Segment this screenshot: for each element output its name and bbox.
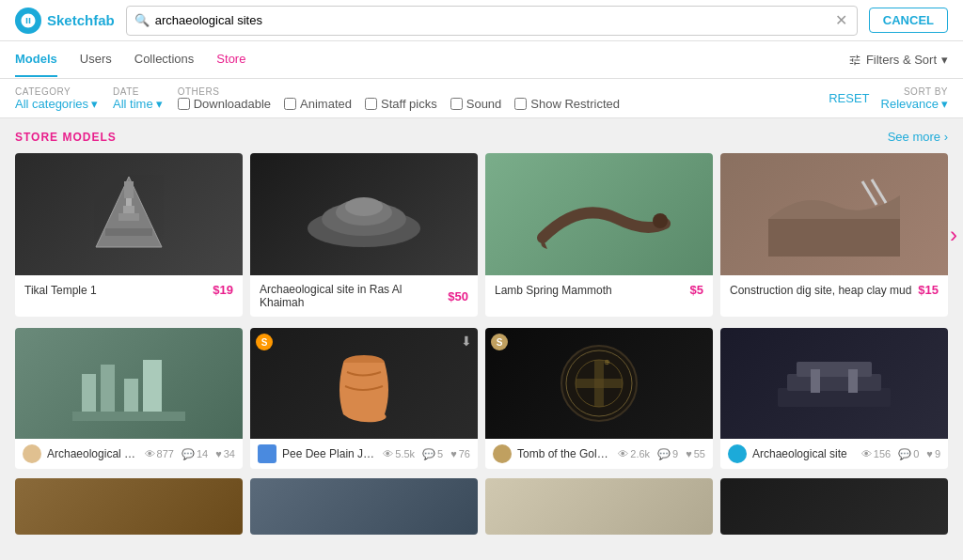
others-label: OTHERS bbox=[178, 86, 620, 97]
reset-button[interactable]: RESET bbox=[829, 91, 869, 105]
bottom-card-0[interactable] bbox=[15, 478, 243, 535]
svg-rect-4 bbox=[123, 206, 134, 213]
store-card-price-3: $15 bbox=[918, 283, 939, 297]
tab-users[interactable]: Users bbox=[80, 42, 112, 77]
model-arch-svg bbox=[72, 346, 185, 421]
comment-icon: 💬 bbox=[898, 448, 911, 460]
next-arrow[interactable]: › bbox=[950, 222, 957, 248]
model-card-image-wrapper-1: S ⬇ bbox=[250, 328, 478, 439]
model-cards: Archaeological site 👁 877 💬 14 ♥ 34 bbox=[15, 328, 948, 469]
store-card-image-0 bbox=[15, 153, 243, 275]
cancel-button[interactable]: CANCEL bbox=[869, 8, 948, 33]
search-icon: 🔍 bbox=[134, 13, 150, 27]
like-icon: ♥ bbox=[686, 448, 692, 459]
store-card-image-1 bbox=[250, 153, 478, 275]
sketchfab-icon bbox=[20, 12, 37, 29]
bottom-cards bbox=[15, 478, 948, 535]
model-views-1: 👁 5.5k bbox=[383, 448, 415, 459]
filter-right: RESET SORT BY Relevance ▾ bbox=[829, 86, 948, 111]
bottom-card-2[interactable] bbox=[485, 478, 713, 535]
logo[interactable]: Sketchfab bbox=[15, 8, 115, 34]
store-badge-1: S bbox=[256, 334, 273, 350]
model-avatar-1 bbox=[258, 444, 276, 463]
animated-checkbox[interactable] bbox=[284, 98, 296, 110]
filter-downloadable[interactable]: Downloadable bbox=[178, 97, 271, 111]
model-card-0[interactable]: Archaeological site 👁 877 💬 14 ♥ 34 bbox=[15, 328, 243, 469]
svg-rect-3 bbox=[118, 213, 139, 221]
date-dropdown[interactable]: All time ▾ bbox=[113, 97, 163, 111]
svg-rect-30 bbox=[811, 369, 820, 393]
model-likes-3: ♥ 9 bbox=[926, 448, 940, 459]
model-views-3: 👁 156 bbox=[861, 448, 891, 459]
svg-rect-1 bbox=[105, 228, 152, 236]
like-icon: ♥ bbox=[926, 448, 933, 459]
svg-rect-6 bbox=[124, 181, 134, 198]
model-card-stats-1: 👁 5.5k 💬 5 ♥ 76 bbox=[383, 448, 470, 460]
svg-rect-29 bbox=[797, 362, 872, 377]
sort-dropdown[interactable]: Relevance ▾ bbox=[881, 97, 948, 111]
sound-checkbox[interactable] bbox=[450, 98, 463, 110]
filter-bar: CATEGORY All categories ▾ DATE All time … bbox=[0, 79, 963, 118]
download-icon-1: ⬇ bbox=[461, 334, 472, 349]
model-card-3[interactable]: Archaeological site 👁 156 💬 0 ♥ 9 bbox=[720, 328, 948, 469]
model-comments-2: 💬 9 bbox=[657, 448, 678, 460]
svg-rect-25 bbox=[576, 379, 623, 388]
model-comments-1: 💬 5 bbox=[422, 448, 443, 460]
store-card-name-0: Tikal Temple 1 bbox=[24, 284, 97, 297]
model-views-2: 👁 2.6k bbox=[618, 448, 650, 459]
store-card-image-2 bbox=[485, 153, 713, 275]
model-card-image-1: S ⬇ bbox=[250, 328, 478, 439]
filter-sound[interactable]: Sound bbox=[450, 97, 502, 111]
store-card-3[interactable]: Construction dig site, heap clay mud $15 bbox=[720, 153, 948, 317]
filter-animated[interactable]: Animated bbox=[284, 97, 352, 111]
bottom-card-1[interactable] bbox=[250, 478, 478, 535]
store-card-info-1: Archaeological site in Ras Al Khaimah $5… bbox=[250, 275, 478, 317]
model-card-1[interactable]: S ⬇ Pee Dee Plain Jar (70p160) 👁 bbox=[250, 328, 478, 469]
comment-icon: 💬 bbox=[422, 448, 435, 460]
model-card-image-wrapper-3 bbox=[720, 328, 948, 439]
filters-sort-label: Filters & Sort bbox=[866, 53, 937, 67]
store-card-1[interactable]: Archaeological site in Ras Al Khaimah $5… bbox=[250, 153, 478, 317]
store-card-info-0: Tikal Temple 1 $19 bbox=[15, 275, 243, 304]
store-badge-2: S bbox=[491, 334, 508, 350]
model-card-footer-2: Tomb of the Gold Hair Sp... 👁 2.6k 💬 9 ♥… bbox=[485, 439, 713, 469]
mammoth-svg bbox=[524, 172, 674, 257]
filter-restricted[interactable]: Show Restricted bbox=[514, 97, 620, 111]
jar-svg bbox=[326, 339, 402, 428]
search-bar: 🔍 ✕ bbox=[126, 6, 858, 36]
store-card-price-0: $19 bbox=[213, 283, 233, 297]
model-card-stats-0: 👁 877 💬 14 ♥ 34 bbox=[145, 448, 235, 460]
sort-by-label: SORT BY bbox=[904, 86, 948, 97]
filter-left: CATEGORY All categories ▾ DATE All time … bbox=[15, 86, 620, 111]
svg-point-11 bbox=[653, 213, 668, 228]
store-card-info-3: Construction dig site, heap clay mud $15 bbox=[720, 275, 948, 304]
filters-sort-button[interactable]: Filters & Sort ▾ bbox=[848, 53, 948, 67]
svg-rect-5 bbox=[126, 198, 132, 206]
tab-collections[interactable]: Collections bbox=[134, 42, 195, 77]
model-card-stats-2: 👁 2.6k 💬 9 ♥ 55 bbox=[618, 448, 705, 460]
eye-icon: 👁 bbox=[145, 448, 155, 459]
tab-models[interactable]: Models bbox=[15, 42, 57, 77]
model-card-image-2: S ⊕ bbox=[485, 328, 713, 439]
category-dropdown[interactable]: All categories ▾ bbox=[15, 97, 98, 111]
store-card-2[interactable]: Lamb Spring Mammoth $5 bbox=[485, 153, 713, 317]
tab-store[interactable]: Store bbox=[216, 42, 245, 77]
store-card-0[interactable]: Tikal Temple 1 $19 bbox=[15, 153, 243, 317]
staff-picks-checkbox[interactable] bbox=[365, 98, 377, 110]
filter-staff-picks[interactable]: Staff picks bbox=[365, 97, 437, 111]
header: Sketchfab 🔍 ✕ CANCEL bbox=[0, 0, 963, 41]
store-section-title: STORE MODELS bbox=[15, 131, 117, 144]
bottom-card-3[interactable] bbox=[720, 478, 948, 535]
restricted-checkbox[interactable] bbox=[514, 98, 527, 110]
model-card-name-0: Archaeological site bbox=[47, 447, 139, 460]
arch-site-svg bbox=[298, 177, 430, 252]
svg-rect-15 bbox=[82, 374, 96, 416]
filter-others: OTHERS Downloadable Animated Staff picks… bbox=[178, 86, 620, 111]
clear-search-button[interactable]: ✕ bbox=[833, 11, 849, 29]
svg-rect-17 bbox=[124, 379, 138, 416]
model-avatar-3 bbox=[728, 444, 747, 463]
see-more-link[interactable]: See more › bbox=[888, 130, 948, 144]
model-card-2[interactable]: S ⊕ Tomb of the Gold Hair Sp... bbox=[485, 328, 713, 469]
search-input[interactable] bbox=[155, 13, 833, 27]
downloadable-checkbox[interactable] bbox=[178, 98, 190, 110]
